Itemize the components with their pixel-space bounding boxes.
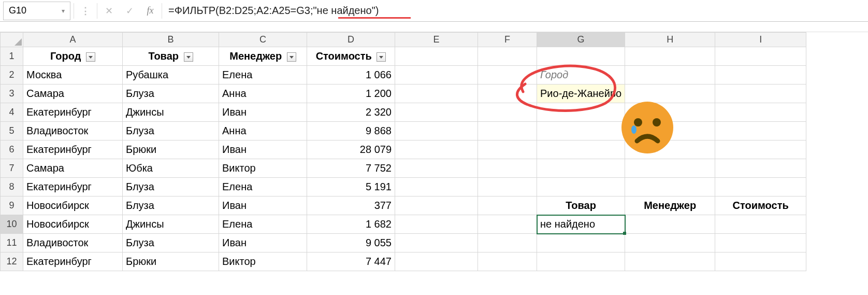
cell-E9[interactable] bbox=[395, 196, 478, 215]
col-header-G[interactable]: G bbox=[537, 33, 625, 47]
cell-I9[interactable]: Стоимость bbox=[715, 196, 806, 215]
cell-G9[interactable]: Товар bbox=[537, 196, 625, 215]
cell-H9[interactable]: Менеджер bbox=[625, 196, 715, 215]
cell-F10[interactable] bbox=[478, 215, 537, 234]
cell-A4[interactable]: Екатеринбург bbox=[23, 103, 123, 122]
cell-C4[interactable]: Иван bbox=[219, 103, 307, 122]
row-header-5[interactable]: 5 bbox=[1, 122, 23, 141]
cell-E12[interactable] bbox=[395, 252, 478, 271]
cell-E4[interactable] bbox=[395, 103, 478, 122]
cell-D1[interactable]: Стоимость bbox=[307, 47, 395, 66]
cell-H1[interactable] bbox=[625, 47, 715, 66]
cell-G10[interactable]: не найдено bbox=[537, 215, 625, 234]
cell-C3[interactable]: Анна bbox=[219, 85, 307, 103]
cell-D7[interactable]: 7 752 bbox=[307, 159, 395, 178]
cell-F4[interactable] bbox=[478, 103, 537, 122]
cell-E1[interactable] bbox=[395, 47, 478, 66]
formula-input[interactable]: =ФИЛЬТР(B2:D25;A2:A25=G3;"не найдено") bbox=[163, 2, 868, 20]
cell-A10[interactable]: Новосибирск bbox=[23, 215, 123, 234]
row-header-8[interactable]: 8 bbox=[1, 178, 23, 196]
cell-C1[interactable]: Менеджер bbox=[219, 47, 307, 66]
cell-I5[interactable] bbox=[715, 122, 806, 141]
row-header-1[interactable]: 1 bbox=[1, 47, 23, 66]
cell-C5[interactable]: Анна bbox=[219, 122, 307, 141]
row-header-2[interactable]: 2 bbox=[1, 66, 23, 85]
cell-C11[interactable]: Иван bbox=[219, 234, 307, 252]
cell-D5[interactable]: 9 868 bbox=[307, 122, 395, 141]
cell-C8[interactable]: Елена bbox=[219, 178, 307, 196]
cell-C9[interactable]: Иван bbox=[219, 196, 307, 215]
cell-F11[interactable] bbox=[478, 234, 537, 252]
cell-B6[interactable]: Брюки bbox=[123, 141, 219, 159]
cell-E10[interactable] bbox=[395, 215, 478, 234]
cell-E5[interactable] bbox=[395, 122, 478, 141]
cell-D8[interactable]: 5 191 bbox=[307, 178, 395, 196]
cell-B9[interactable]: Блуза bbox=[123, 196, 219, 215]
cell-D10[interactable]: 1 682 bbox=[307, 215, 395, 234]
cell-A9[interactable]: Новосибирск bbox=[23, 196, 123, 215]
cell-G1[interactable] bbox=[537, 47, 625, 66]
cell-H10[interactable] bbox=[625, 215, 715, 234]
cell-F5[interactable] bbox=[478, 122, 537, 141]
cell-B1[interactable]: Товар bbox=[123, 47, 219, 66]
cell-G4[interactable] bbox=[537, 103, 625, 122]
cell-D4[interactable]: 2 320 bbox=[307, 103, 395, 122]
cell-D9[interactable]: 377 bbox=[307, 196, 395, 215]
dropdown-icon[interactable]: ▾ bbox=[62, 7, 65, 15]
filter-button[interactable] bbox=[184, 52, 193, 62]
cell-I1[interactable] bbox=[715, 47, 806, 66]
cell-A2[interactable]: Москва bbox=[23, 66, 123, 85]
select-all-corner[interactable] bbox=[1, 33, 23, 47]
filter-button[interactable] bbox=[377, 52, 386, 62]
row-header-4[interactable]: 4 bbox=[1, 103, 23, 122]
cell-B2[interactable]: Рубашка bbox=[123, 66, 219, 85]
col-header-A[interactable]: A bbox=[23, 33, 123, 47]
row-header-3[interactable]: 3 bbox=[1, 85, 23, 103]
cell-B12[interactable]: Брюки bbox=[123, 252, 219, 271]
cell-I11[interactable] bbox=[715, 234, 806, 252]
cell-B7[interactable]: Юбка bbox=[123, 159, 219, 178]
cell-D3[interactable]: 1 200 bbox=[307, 85, 395, 103]
cancel-formula-button[interactable]: ✕ bbox=[98, 2, 119, 20]
cell-A6[interactable]: Екатеринбург bbox=[23, 141, 123, 159]
filter-button[interactable] bbox=[86, 52, 95, 62]
col-header-B[interactable]: B bbox=[123, 33, 219, 47]
cell-G12[interactable] bbox=[537, 252, 625, 271]
cell-C10[interactable]: Елена bbox=[219, 215, 307, 234]
col-header-F[interactable]: F bbox=[478, 33, 537, 47]
cell-H11[interactable] bbox=[625, 234, 715, 252]
cell-G6[interactable] bbox=[537, 141, 625, 159]
cell-H8[interactable] bbox=[625, 178, 715, 196]
cell-I4[interactable] bbox=[715, 103, 806, 122]
cell-F8[interactable] bbox=[478, 178, 537, 196]
cell-E6[interactable] bbox=[395, 141, 478, 159]
cell-D11[interactable]: 9 055 bbox=[307, 234, 395, 252]
row-header-10[interactable]: 10 bbox=[1, 215, 23, 234]
row-header-6[interactable]: 6 bbox=[1, 141, 23, 159]
cell-H2[interactable] bbox=[625, 66, 715, 85]
col-header-C[interactable]: C bbox=[219, 33, 307, 47]
cell-B3[interactable]: Блуза bbox=[123, 85, 219, 103]
cell-H12[interactable] bbox=[625, 252, 715, 271]
row-header-11[interactable]: 11 bbox=[1, 234, 23, 252]
cell-I12[interactable] bbox=[715, 252, 806, 271]
cell-H7[interactable] bbox=[625, 159, 715, 178]
cell-A7[interactable]: Самара bbox=[23, 159, 123, 178]
cell-A1[interactable]: Город bbox=[23, 47, 123, 66]
cell-E7[interactable] bbox=[395, 159, 478, 178]
cell-A8[interactable]: Екатеринбург bbox=[23, 178, 123, 196]
cell-G2[interactable]: Город bbox=[537, 66, 625, 85]
cell-I2[interactable] bbox=[715, 66, 806, 85]
cell-G11[interactable] bbox=[537, 234, 625, 252]
cell-C2[interactable]: Елена bbox=[219, 66, 307, 85]
cell-G3[interactable]: Рио-де-Жанейро bbox=[537, 85, 625, 103]
cell-D6[interactable]: 28 079 bbox=[307, 141, 395, 159]
expand-button[interactable]: ⋮ bbox=[75, 2, 96, 20]
cell-F9[interactable] bbox=[478, 196, 537, 215]
cell-E8[interactable] bbox=[395, 178, 478, 196]
cell-E3[interactable] bbox=[395, 85, 478, 103]
cell-D2[interactable]: 1 066 bbox=[307, 66, 395, 85]
cell-F7[interactable] bbox=[478, 159, 537, 178]
cell-G5[interactable] bbox=[537, 122, 625, 141]
row-header-7[interactable]: 7 bbox=[1, 159, 23, 178]
